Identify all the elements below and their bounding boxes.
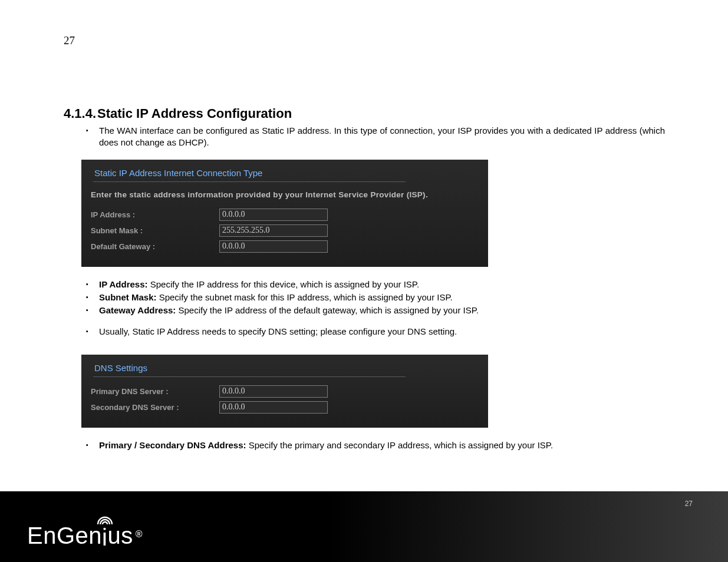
subnet-mask-label: Subnet Mask : [90, 226, 219, 235]
heading-title: Static IP Address Configuration [97, 106, 292, 121]
ip-address-input[interactable] [219, 209, 328, 221]
dns-panel-title: DNS Settings [90, 363, 480, 376]
intro-text: The WAN interface can be configured as S… [99, 125, 665, 149]
default-gateway-label: Default Gateway : [90, 242, 219, 251]
primary-dns-row: Primary DNS Server : [90, 385, 480, 398]
field-descriptions: IP Address: Specify the IP address for t… [64, 279, 665, 338]
ip-address-row: IP Address : [90, 209, 480, 221]
logo-text: EnGeni us [27, 523, 133, 549]
default-gateway-row: Default Gateway : [90, 240, 480, 253]
secondary-dns-input[interactable] [219, 401, 328, 414]
ip-address-label: IP Address : [90, 210, 219, 219]
subnet-mask-input[interactable] [219, 224, 328, 237]
gateway-desc: Gateway Address: Specify the IP address … [99, 305, 665, 316]
content-area: 4.1.4.Static IP Address Configuration Th… [64, 106, 665, 452]
ip-address-desc: IP Address: Specify the IP address for t… [99, 279, 665, 290]
panel-divider [93, 181, 406, 182]
static-ip-panel: Static IP Address Internet Connection Ty… [81, 160, 488, 267]
engenius-logo: EnGeni us ® [27, 523, 142, 549]
primary-dns-label: Primary DNS Server : [90, 387, 219, 396]
static-panel-title: Static IP Address Internet Connection Ty… [90, 168, 480, 181]
subnet-mask-row: Subnet Mask : [90, 224, 480, 237]
dns-settings-panel: DNS Settings Primary DNS Server : Second… [81, 355, 488, 428]
page-number-bottom: 27 [685, 500, 693, 508]
dns-description-list: Primary / Secondary DNS Address: Specify… [64, 439, 665, 451]
dns-desc: Primary / Secondary DNS Address: Specify… [99, 439, 665, 451]
dns-note: Usually, Static IP Address needs to spec… [99, 326, 665, 338]
static-panel-instruction: Enter the static address information pro… [90, 190, 480, 209]
document-page: { "page": { "top_number": "27", "footer_… [0, 0, 728, 562]
footer-band: 27 EnGeni us ® [0, 491, 728, 562]
secondary-dns-label: Secondary DNS Server : [90, 403, 219, 412]
primary-dns-input[interactable] [219, 385, 328, 398]
panel-divider [93, 376, 406, 377]
section-heading: 4.1.4.Static IP Address Configuration [64, 106, 665, 121]
intro-list: The WAN interface can be configured as S… [64, 125, 665, 149]
wifi-icon [97, 515, 113, 525]
default-gateway-input[interactable] [219, 240, 328, 253]
secondary-dns-row: Secondary DNS Server : [90, 401, 480, 414]
subnet-mask-desc: Subnet Mask: Specify the subnet mask for… [99, 292, 665, 303]
registered-mark: ® [136, 529, 143, 540]
page-number-top: 27 [64, 34, 75, 47]
heading-number: 4.1.4. [64, 106, 96, 121]
